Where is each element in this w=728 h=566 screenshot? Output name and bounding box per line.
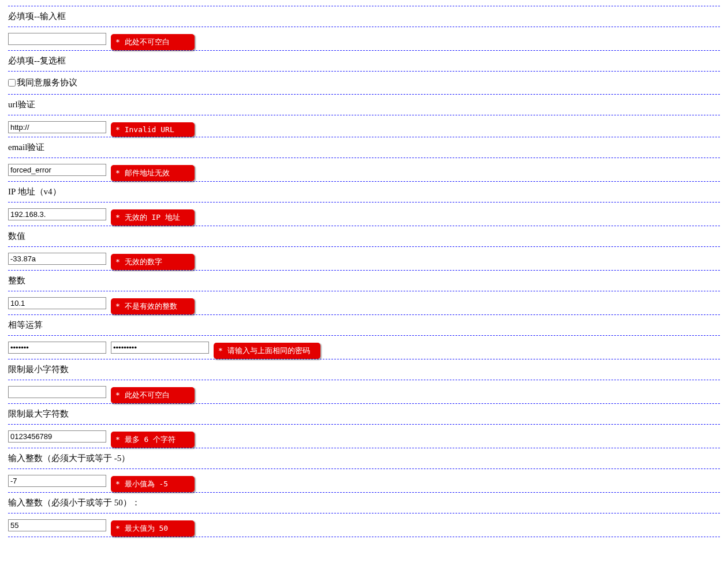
minlen-error: * 此处不可空白 [111, 387, 195, 403]
ip-error: * 无效的 IP 地址 [111, 209, 195, 226]
min-label: 输入整数（必须大于或等于 -5） [8, 448, 720, 469]
email-label: email验证 [8, 137, 720, 158]
number-input[interactable] [8, 253, 106, 265]
email-error: * 邮件地址无效 [111, 165, 195, 181]
agree-checkbox[interactable] [8, 79, 16, 87]
maxlen-label: 限制最大字符数 [8, 404, 720, 425]
ip-input[interactable] [8, 208, 106, 220]
minlen-input[interactable] [8, 386, 106, 398]
maxlen-error: * 最多 6 个字符 [111, 432, 195, 448]
email-input[interactable] [8, 164, 106, 176]
maxlen-input[interactable] [8, 430, 106, 443]
url-error: * Invalid URL [111, 122, 195, 137]
url-label: url验证 [8, 95, 720, 115]
min-input[interactable] [8, 475, 106, 487]
password-input-2[interactable] [111, 342, 209, 354]
url-input[interactable] [8, 121, 106, 133]
required-input-error: * 此处不可空白 [111, 34, 195, 50]
agree-checkbox-label: 我同意服务协议 [17, 78, 77, 87]
ip-label: IP 地址（v4） [8, 182, 720, 203]
equal-label: 相等运算 [8, 315, 720, 336]
max-error: * 最大值为 50 [111, 520, 195, 537]
required-checkbox-label: 必填项--复选框 [8, 51, 720, 72]
max-input[interactable] [8, 519, 106, 531]
password-input-1[interactable] [8, 342, 106, 354]
required-input-label: 必填项--输入框 [8, 6, 720, 27]
number-error: * 无效的数字 [111, 254, 195, 270]
max-label: 输入整数（必须小于或等于 50）： [8, 493, 720, 513]
required-input[interactable] [8, 33, 106, 45]
number-label: 数值 [8, 226, 720, 247]
min-error: * 最小值為 -5 [111, 476, 195, 492]
integer-label: 整数 [8, 271, 720, 291]
minlen-label: 限制最小字符数 [8, 359, 720, 380]
integer-error: * 不是有效的整数 [111, 298, 195, 314]
equal-error: * 请输入与上面相同的密码 [214, 343, 320, 359]
integer-input[interactable] [8, 297, 106, 309]
